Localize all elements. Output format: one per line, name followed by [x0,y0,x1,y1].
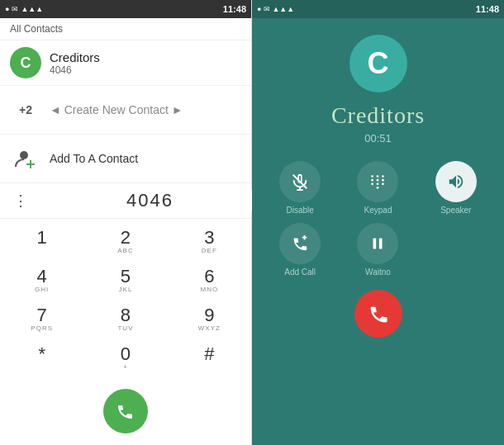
end-call-icon [367,302,390,325]
add-call-button[interactable]: Add Call [265,223,335,277]
status-bar-left: ● ✉ ▲▲▲ 11:48 [0,0,251,18]
dial-key-9[interactable]: 9WXYZ [168,300,251,338]
svg-point-8 [377,179,379,182]
dial-key-6[interactable]: 6MNO [168,261,251,300]
keypad-label: Keypad [364,206,392,215]
status-bar-right: ● ✉ ▲▲▲ 11:48 [252,0,504,18]
add-contact-label: Add To A Contact [50,152,138,165]
contact-name: Creditors [50,50,100,64]
dial-key-hash[interactable]: # [168,338,251,377]
keypad-icon-circle [357,161,398,202]
signal-icon: ▲▲▲ [21,5,43,13]
hold-button[interactable]: Waitno [343,223,412,277]
message-icon: ✉ [12,5,18,13]
dial-key-1[interactable]: 1 [0,222,83,261]
keypad-icon [368,173,387,191]
add-contact-row[interactable]: Add To A Contact [0,135,251,183]
svg-rect-17 [379,239,383,249]
person-add-icon [14,147,37,170]
svg-point-7 [372,179,374,182]
add-call-icon-circle [279,223,321,264]
contact-number: 4046 [50,64,100,76]
status-time-right: 11:48 [476,4,499,14]
add-contact-icon [10,143,41,174]
dial-key-8[interactable]: 8TUV [83,300,167,338]
keypad-button[interactable]: Keypad [343,161,412,215]
contact-avatar: C [10,47,41,78]
svg-point-4 [372,175,374,178]
arrow-right-icon: ► [172,103,183,116]
left-status-icons: ● ✉ ▲▲▲ [5,5,43,13]
svg-point-6 [383,175,385,178]
hold-label: Waitno [365,267,391,277]
end-call-row [354,277,402,354]
dial-key-7[interactable]: 7PQRS [0,300,83,338]
svg-point-0 [20,151,28,159]
hold-icon-circle [357,223,398,264]
action-grid: Disable Keypad [252,161,504,277]
speaker-icon-circle [435,161,477,202]
right-status-icons: ● ✉ ▲▲▲ [257,5,294,13]
add-call-label: Add Call [284,267,316,277]
svg-point-12 [383,182,385,185]
arrow-left-icon: ◄ [50,103,61,116]
caller-name: Creditors [331,102,425,129]
contact-info: Creditors 4046 [50,50,100,76]
left-panel: ● ✉ ▲▲▲ 11:48 All Contacts C Creditors 4… [0,0,252,445]
dial-key-3[interactable]: 3DEF [168,222,251,261]
phone-icon [115,400,136,422]
right-panel: ● ✉ ▲▲▲ 11:48 C Creditors 00:51 [252,0,504,445]
right-avatar: C [349,35,407,92]
plus-two-label: +2 [10,94,41,125]
dial-key-4[interactable]: 4GHI [0,261,83,300]
hold-icon [368,234,387,253]
mute-button[interactable]: Disable [265,161,335,215]
speaker-label: Speaker [440,206,471,215]
svg-point-11 [377,182,379,185]
svg-point-5 [377,175,379,178]
all-contacts-bar: All Contacts [0,18,251,40]
dial-key-5[interactable]: 5JKL [83,261,167,300]
add-call-icon [291,234,309,253]
action-spacer [421,223,491,277]
speaker-button[interactable]: Speaker [421,161,491,215]
contact-row[interactable]: C Creditors 4046 [0,40,251,86]
right-content: C Creditors 00:51 Disable [252,18,504,445]
svg-point-13 [377,187,379,189]
svg-point-10 [372,182,374,185]
status-time-left: 11:48 [223,4,246,14]
mute-icon-circle [279,161,321,202]
menu-dots-icon[interactable]: ⋮ [10,188,31,213]
svg-rect-16 [373,239,377,249]
svg-point-9 [383,179,385,182]
dialpad-input-row: ⋮ [0,183,251,219]
dialpad-input[interactable] [36,190,264,211]
end-call-button[interactable] [344,280,411,348]
speaker-icon [447,173,465,191]
call-button-row [0,381,251,445]
call-duration: 00:51 [364,132,392,144]
dialpad-grid: 12ABC3DEF4GHI5JKL6MNO7PQRS8TUV9WXYZ*0+# [0,219,251,381]
dial-key-2[interactable]: 2ABC [83,222,167,261]
notification-icon: ● [5,5,9,13]
create-contact-row[interactable]: +2 ◄ Create New Contact ► [0,86,251,135]
r-notification-icon: ● ✉ ▲▲▲ [257,5,294,13]
mute-label: Disable [286,206,313,215]
dial-key-star[interactable]: * [0,338,83,377]
call-button[interactable] [103,389,148,433]
create-contact-label: ◄ Create New Contact ► [50,103,183,116]
mute-icon [291,173,309,191]
dial-key-0[interactable]: 0+ [83,338,167,377]
